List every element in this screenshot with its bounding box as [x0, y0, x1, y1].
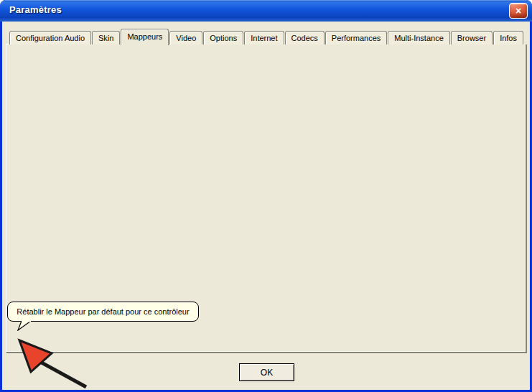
reset-mapper-tooltip: Rétablir le Mappeur par défaut pour ce c… [7, 302, 199, 322]
window-title: Paramètres [9, 4, 62, 15]
tab-internet[interactable]: Internet [244, 31, 284, 45]
tab-multi-instance[interactable]: Multi-Instance [388, 31, 449, 45]
close-icon: × [515, 5, 521, 17]
tab-video[interactable]: Video [169, 31, 202, 45]
tab-configuration-audio[interactable]: Configuration Audio [9, 31, 91, 45]
tab-bar: Configuration AudioSkinMappeursVideoOpti… [9, 29, 524, 45]
tab-options[interactable]: Options [203, 31, 243, 45]
close-button[interactable]: × [509, 3, 528, 19]
tab-browser[interactable]: Browser [451, 31, 493, 45]
tab-skin[interactable]: Skin [92, 31, 120, 45]
tooltip-tail [17, 321, 32, 331]
ok-button[interactable]: OK [239, 363, 294, 381]
title-bar[interactable]: Paramètres × [0, 0, 532, 22]
tab-performances[interactable]: Performances [325, 31, 387, 45]
tab-codecs[interactable]: Codecs [285, 31, 325, 45]
settings-window: Paramètres × Configuration AudioSkinMapp… [0, 0, 532, 392]
tab-infos[interactable]: Infos [493, 31, 523, 45]
tab-mappeurs[interactable]: Mappeurs [121, 29, 169, 45]
